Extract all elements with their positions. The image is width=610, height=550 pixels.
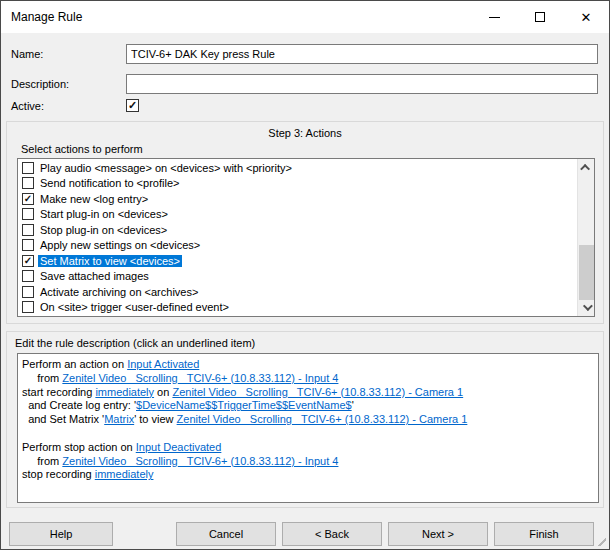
name-label: Name: bbox=[11, 48, 43, 60]
rule-parameter-link[interactable]: Zenitel Video _Scrolling_ TCIV-6+ (10.8.… bbox=[177, 413, 468, 425]
rule-description-line: Perform stop action on Input Deactivated bbox=[22, 441, 594, 455]
cancel-button[interactable]: Cancel bbox=[176, 522, 276, 546]
action-checkbox[interactable] bbox=[22, 193, 34, 205]
rule-description-line: start recording immediately on Zenitel V… bbox=[22, 386, 594, 400]
description-label: Description: bbox=[11, 78, 69, 90]
select-actions-label: Select actions to perform bbox=[21, 143, 143, 155]
rule-description-line: from Zenitel Video _Scrolling_ TCIV-6+ (… bbox=[22, 455, 594, 469]
titlebar: Manage Rule ✕ bbox=[1, 1, 609, 33]
next-button[interactable]: Next > bbox=[388, 522, 488, 546]
action-label: Set Matrix to view <devices> bbox=[38, 255, 182, 267]
action-checkbox[interactable] bbox=[22, 224, 34, 236]
rule-parameter-link[interactable]: Matrix bbox=[104, 413, 134, 425]
minimize-button[interactable] bbox=[471, 1, 517, 33]
chevron-down-icon bbox=[583, 301, 593, 311]
maximize-icon bbox=[535, 12, 545, 22]
rule-description-line: from Zenitel Video _Scrolling_ TCIV-6+ (… bbox=[22, 372, 594, 386]
action-checkbox[interactable] bbox=[22, 270, 34, 282]
rule-text: Perform an action on bbox=[22, 358, 127, 370]
rule-parameter-link[interactable]: Input Activated bbox=[127, 358, 199, 370]
rule-parameter-link[interactable]: Input Deactivated bbox=[136, 441, 222, 453]
scroll-down-button[interactable] bbox=[578, 299, 595, 316]
list-item[interactable]: Play audio <message> on <devices> with <… bbox=[18, 160, 577, 176]
list-item[interactable]: Make new <log entry> bbox=[18, 191, 577, 207]
rule-text: Perform stop action on bbox=[22, 441, 136, 453]
action-checkbox[interactable] bbox=[22, 239, 34, 251]
close-icon: ✕ bbox=[581, 11, 592, 24]
action-label: Make new <log entry> bbox=[38, 193, 150, 205]
rule-parameter-link[interactable]: immediately bbox=[95, 468, 154, 480]
actions-list: Play audio <message> on <devices> with <… bbox=[17, 158, 595, 317]
window-controls: ✕ bbox=[471, 1, 609, 33]
action-label: Send notification to <profile> bbox=[38, 177, 181, 189]
step-title: Step 3: Actions bbox=[7, 122, 603, 139]
name-input[interactable] bbox=[126, 44, 598, 64]
rule-parameter-link[interactable]: $DeviceName$$TriggerTime$$EventName$ bbox=[136, 399, 352, 411]
list-item[interactable]: Send notification to <profile> bbox=[18, 176, 577, 192]
action-label: Save attached images bbox=[38, 270, 151, 282]
edit-description-panel: Edit the rule description (click an unde… bbox=[6, 331, 604, 508]
action-label: Stop plug-in on <devices> bbox=[38, 224, 169, 236]
action-checkbox[interactable] bbox=[22, 301, 34, 313]
rule-description-line: stop recording immediately bbox=[22, 468, 594, 482]
chevron-up-icon bbox=[580, 164, 590, 174]
edit-description-title: Edit the rule description (click an unde… bbox=[7, 332, 603, 349]
rule-description-line: Perform an action on Input Activated bbox=[22, 358, 594, 372]
rule-parameter-link[interactable]: Zenitel Video _Scrolling_ TCIV-6+ (10.8.… bbox=[62, 372, 338, 384]
window-title: Manage Rule bbox=[1, 10, 82, 24]
action-label: Start plug-in on <devices> bbox=[38, 208, 170, 220]
list-item[interactable]: On <site> trigger <user-defined event> bbox=[18, 300, 577, 316]
rule-text: and Create log entry: ' bbox=[22, 399, 136, 411]
description-input[interactable] bbox=[126, 74, 598, 94]
action-checkbox[interactable] bbox=[22, 286, 34, 298]
rule-description-box: Perform an action on Input Activated fro… bbox=[17, 353, 599, 503]
action-checkbox[interactable] bbox=[22, 177, 34, 189]
list-item[interactable]: Save attached images bbox=[18, 269, 577, 285]
action-label: On <site> trigger <user-defined event> bbox=[38, 301, 231, 313]
action-label: Activate archiving on <archives> bbox=[38, 286, 200, 298]
rule-parameter-link[interactable]: Zenitel Video _Scrolling_ TCIV-6+ (10.8.… bbox=[172, 386, 463, 398]
rule-parameter-link[interactable]: Zenitel Video _Scrolling_ TCIV-6+ (10.8.… bbox=[62, 455, 338, 467]
rule-text: stop recording bbox=[22, 468, 95, 480]
list-item[interactable]: Start plug-in on <devices> bbox=[18, 207, 577, 223]
rule-text: ' bbox=[352, 399, 354, 411]
rule-text: and Set Matrix ' bbox=[22, 413, 104, 425]
action-checkbox[interactable] bbox=[22, 208, 34, 220]
rule-text: from bbox=[22, 455, 62, 467]
rule-text: from bbox=[22, 372, 62, 384]
active-checkbox[interactable] bbox=[126, 99, 139, 112]
actions-scrollbar[interactable] bbox=[577, 159, 594, 316]
rule-description-line: and Create log entry: '$DeviceName$$Trig… bbox=[22, 399, 594, 413]
rule-text: on bbox=[154, 386, 172, 398]
action-checkbox[interactable] bbox=[22, 255, 34, 267]
manage-rule-dialog: Manage Rule ✕ Name: Description: Active:… bbox=[0, 0, 610, 550]
rule-description-line: and Set Matrix 'Matrix' to view Zenitel … bbox=[22, 413, 594, 427]
footer-buttons: HelpCancel< BackNext >Finish bbox=[9, 522, 594, 546]
list-item[interactable]: Set Matrix to view <devices> bbox=[18, 253, 577, 269]
close-button[interactable]: ✕ bbox=[563, 1, 609, 33]
actions-rows: Play audio <message> on <devices> with <… bbox=[18, 160, 577, 315]
action-label: Play audio <message> on <devices> with <… bbox=[38, 162, 294, 174]
list-item[interactable]: Activate archiving on <archives> bbox=[18, 284, 577, 300]
help-button[interactable]: Help bbox=[9, 522, 113, 546]
list-item[interactable]: Apply new settings on <devices> bbox=[18, 238, 577, 254]
scrollbar-thumb[interactable] bbox=[579, 245, 594, 300]
finish-button[interactable]: Finish bbox=[494, 522, 594, 546]
action-label: Apply new settings on <devices> bbox=[38, 239, 202, 251]
back-button[interactable]: < Back bbox=[282, 522, 382, 546]
rule-text: start recording bbox=[22, 386, 95, 398]
rule-parameter-link[interactable]: immediately bbox=[95, 386, 154, 398]
scroll-up-button[interactable] bbox=[578, 159, 595, 176]
maximize-button[interactable] bbox=[517, 1, 563, 33]
rule-text: ' to view bbox=[134, 413, 176, 425]
minimize-icon bbox=[489, 17, 500, 18]
resize-grip[interactable] bbox=[597, 537, 606, 546]
active-label: Active: bbox=[11, 100, 44, 112]
list-item[interactable]: Stop plug-in on <devices> bbox=[18, 222, 577, 238]
rule-description-line bbox=[22, 427, 594, 441]
action-checkbox[interactable] bbox=[22, 162, 34, 174]
step-actions-panel: Step 3: Actions Select actions to perfor… bbox=[6, 121, 604, 324]
